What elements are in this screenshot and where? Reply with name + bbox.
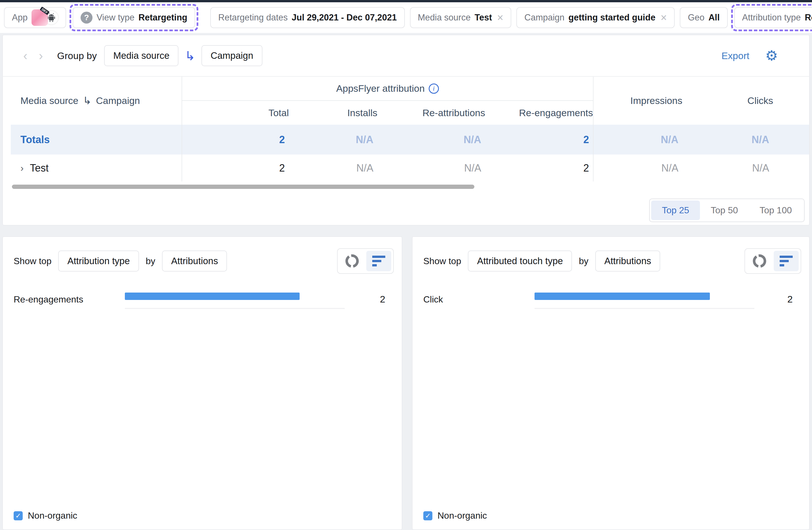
top-n-selector: Top 25 Top 50 Top 100: [649, 198, 804, 222]
nested-arrow-icon: ↳: [83, 95, 91, 107]
geo-chip[interactable]: Geo All: [680, 7, 727, 28]
top-50-option[interactable]: Top 50: [700, 200, 749, 220]
appsflyer-dashboard: App DEV ? View type Retarge: [0, 0, 812, 530]
filter-bar: App DEV ? View type Retarge: [0, 2, 812, 33]
page-prev-button[interactable]: ‹: [18, 48, 33, 63]
group-by-label: Group by: [57, 50, 97, 61]
media-source-value: Test: [475, 13, 492, 23]
app-chip-label: App: [12, 13, 28, 23]
dimension-select[interactable]: Attributed touch type: [468, 251, 572, 271]
column-header-re-engagements[interactable]: Re-engagements: [485, 101, 594, 125]
metric-select[interactable]: Attributions: [595, 251, 660, 271]
checkbox-label: Non-organic: [28, 511, 77, 521]
horizontal-scrollbar[interactable]: [12, 185, 474, 189]
close-icon[interactable]: ×: [661, 12, 667, 23]
dev-badge: DEV: [40, 6, 49, 15]
row-name-cell: › Test: [3, 154, 182, 181]
bar-chart-icon[interactable]: [774, 251, 799, 271]
nested-arrow-icon: ↳: [185, 48, 195, 63]
bar-fill: [125, 293, 300, 300]
bar-row: Re-engagements 2: [3, 290, 402, 316]
retargeting-dates-chip[interactable]: Retargeting dates Jul 29,2021 - Dec 07,2…: [210, 7, 405, 28]
totals-row-name: Totals: [3, 125, 182, 154]
app-filter-chip[interactable]: App DEV: [4, 7, 66, 28]
totals-row: Totals 2 N/A N/A 2 N/A N/A: [3, 125, 809, 154]
bar-baseline: [125, 308, 345, 309]
bar-fill: [535, 293, 710, 300]
row-total: 2: [182, 154, 289, 181]
column-header-re-attributions[interactable]: Re-attributions: [377, 101, 485, 125]
attribution-group-header: AppsFlyer attribution i: [182, 77, 594, 101]
row-clicks: N/A: [682, 154, 773, 181]
column-header-installs[interactable]: Installs: [289, 101, 377, 125]
attribution-type-chart-card: Show top Attribution type by Attribution…: [2, 236, 402, 530]
by-label: by: [146, 256, 156, 266]
group-primary-button[interactable]: Media source: [104, 45, 178, 66]
attribution-type-chip[interactable]: Attribution type Re-engagements ×: [734, 7, 812, 28]
attribution-type-label: Attribution type: [742, 13, 801, 23]
chart-type-toggle: [337, 248, 394, 274]
column-header-clicks[interactable]: Clicks: [682, 77, 773, 125]
donut-chart-icon[interactable]: [747, 251, 772, 271]
row-re-attributions: N/A: [377, 154, 485, 181]
question-icon: ?: [81, 12, 92, 24]
donut-chart-icon[interactable]: [339, 251, 365, 271]
chart-card-header: Show top Attribution type by Attribution…: [3, 237, 402, 274]
metric-select[interactable]: Attributions: [162, 251, 227, 271]
media-source-chip[interactable]: Media source Test ×: [410, 7, 511, 28]
row-re-engagements: 2: [485, 154, 594, 181]
export-button[interactable]: Export: [722, 50, 749, 61]
table-header: Media source ↳ Campaign AppsFlyer attrib…: [3, 77, 809, 125]
geo-value: All: [708, 13, 720, 23]
attribution-table-card: ‹ › Group by Media source ↳ Campaign Exp…: [2, 34, 810, 225]
bar-label: Click: [423, 294, 443, 305]
non-organic-filter[interactable]: ✓ Non-organic: [423, 511, 487, 521]
totals-re-attributions: N/A: [377, 125, 485, 154]
totals-installs: N/A: [289, 125, 377, 154]
app-icon: DEV: [31, 9, 48, 26]
row-name: Test: [30, 162, 48, 174]
expand-chevron-icon[interactable]: ›: [20, 163, 24, 173]
table-toolbar: ‹ › Group by Media source ↳ Campaign Exp…: [3, 35, 809, 77]
row-installs: N/A: [289, 154, 377, 181]
top-25-option[interactable]: Top 25: [651, 200, 700, 220]
table-row[interactable]: › Test 2 N/A N/A 2 N/A N/A: [3, 154, 809, 181]
chart-card-header: Show top Attributed touch type by Attrib…: [412, 237, 809, 274]
row-impressions: N/A: [594, 154, 682, 181]
view-type-chip[interactable]: ? View type Retargeting: [73, 7, 195, 28]
bar-row: Click 2: [412, 290, 809, 316]
totals-re-engagements: 2: [485, 125, 594, 154]
totals-impressions: N/A: [594, 125, 682, 154]
attributed-touch-type-chart-card: Show top Attributed touch type by Attrib…: [412, 236, 810, 530]
attribution-type-highlight: Attribution type Re-engagements ×: [731, 4, 812, 31]
non-organic-filter[interactable]: ✓ Non-organic: [14, 511, 77, 521]
view-type-value: Retargeting: [139, 13, 187, 23]
checkbox-checked-icon[interactable]: ✓: [14, 511, 23, 520]
first-col-secondary: Campaign: [96, 95, 140, 106]
close-icon[interactable]: ×: [497, 12, 503, 23]
info-icon[interactable]: i: [429, 84, 439, 94]
column-header-total[interactable]: Total: [182, 101, 289, 125]
bar-chart-icon[interactable]: [366, 251, 391, 271]
attribution-type-value: Re-engagements: [804, 13, 812, 23]
geo-label: Geo: [688, 13, 705, 23]
campaign-label: Campaign: [524, 13, 564, 23]
chart-type-toggle: [744, 248, 801, 274]
bar-label: Re-engagements: [14, 294, 83, 305]
page-next-button[interactable]: ›: [33, 48, 49, 63]
bar-value: 2: [787, 294, 793, 305]
dimension-select[interactable]: Attribution type: [58, 251, 139, 271]
dates-label: Retargeting dates: [218, 13, 288, 23]
bar-track: [125, 293, 345, 300]
bar-value: 2: [380, 294, 385, 305]
first-column-header: Media source ↳ Campaign: [3, 77, 182, 125]
column-header-impressions[interactable]: Impressions: [594, 77, 682, 125]
checkbox-checked-icon[interactable]: ✓: [423, 511, 432, 520]
bar-track: [535, 293, 754, 300]
campaign-chip[interactable]: Campaign getting started guide ×: [516, 7, 675, 28]
by-label: by: [579, 256, 589, 266]
view-type-label: View type: [97, 13, 134, 23]
gear-icon[interactable]: ⚙: [765, 48, 778, 63]
group-secondary-button[interactable]: Campaign: [201, 45, 262, 66]
top-100-option[interactable]: Top 100: [749, 200, 803, 220]
